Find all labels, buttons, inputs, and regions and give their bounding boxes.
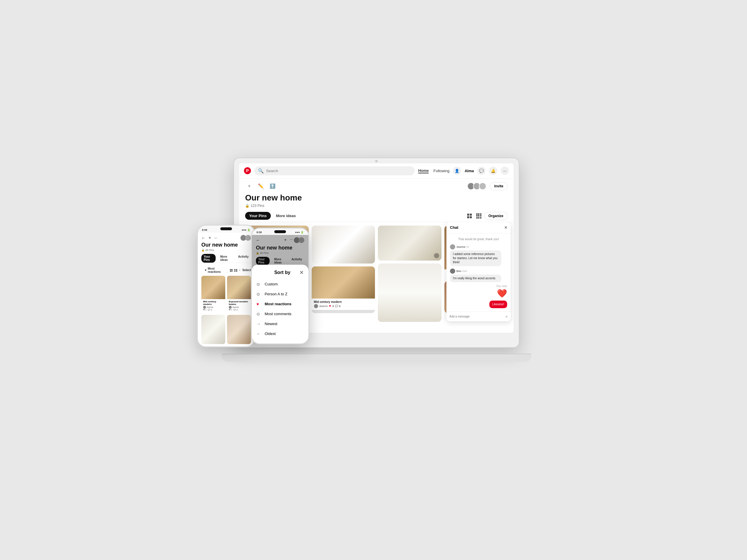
phone2-board-title: Our new home <box>198 242 254 248</box>
share-icon[interactable]: ⬆️ <box>268 182 277 190</box>
nav-more-icon[interactable]: ··· <box>501 167 509 175</box>
nav-link-following[interactable]: Following <box>433 169 449 173</box>
phone2-pin-user-1: Jeanne <box>207 306 213 308</box>
board-header: ＋ ✏️ ⬆️ Invite Our new home <box>239 179 514 210</box>
sort-label-newest: Newest <box>265 322 277 326</box>
pin-card-light[interactable] <box>378 263 441 322</box>
phone2-pin-1[interactable]: Mid century modern Jeanne ❤ 1💬 3 <box>201 276 225 311</box>
nav-bar: P 🔍 Home Following 👤 Alma 💬 🔔 <box>239 163 514 179</box>
sort-item-custom[interactable]: ⊙ Custom <box>257 279 304 289</box>
chat-input[interactable] <box>449 315 504 318</box>
comment-sort-icon: ⊙ <box>257 312 262 316</box>
phone2-pin-4[interactable] <box>227 315 251 344</box>
jeanne-avatar <box>450 244 455 250</box>
jeanne-bubble: I added some reference pictures for star… <box>450 250 501 266</box>
laptop-base <box>222 354 531 362</box>
chat-messages: That would be great, thank you! Jeanne 1… <box>446 233 511 312</box>
chat-msg-self-heart: You now ❤️ <box>450 284 507 298</box>
phone2-grid-toggle[interactable] <box>230 268 233 273</box>
phone2-pin-title-2: Exposed wooden beams <box>229 300 249 306</box>
organize-button[interactable]: Organize <box>484 212 508 220</box>
sort-label-most-comments: Most comments <box>265 312 291 316</box>
chat-panel: Chat × That would be great, thank you! J… <box>446 222 511 321</box>
sort-close-button[interactable]: ✕ <box>300 269 304 276</box>
chat-msg-jeanne: Jeanne 1h I added some reference picture… <box>450 244 507 266</box>
invite-button[interactable]: Invite <box>490 182 508 190</box>
phone2-signal: ●●● 🔋 <box>241 229 250 231</box>
phone2-pin-avatar-1 <box>203 306 206 309</box>
phone2-more-icon[interactable]: ··· <box>214 236 217 240</box>
grid-small-icon[interactable] <box>475 212 483 220</box>
view-toggle <box>465 212 483 220</box>
search-bar[interactable]: 🔍 <box>254 166 415 175</box>
phone2-tab-your-pins[interactable]: Your Pins <box>201 254 216 263</box>
sort-item-person-az[interactable]: ⊙ Person A to Z <box>257 289 304 299</box>
phone2-status-bar: 8:08 ●●● 🔋 <box>198 226 254 233</box>
chat-heart-button[interactable]: ♥ <box>506 314 508 319</box>
phone-front: 8:08 ●●● 🔋 ← ＋ ··· Our n <box>251 228 309 345</box>
board-tabs: Your Pins More ideas <box>239 210 514 222</box>
phone2-pin-user-2: Jeanne <box>232 306 239 308</box>
nav-messages-icon[interactable]: 💬 <box>478 167 486 175</box>
edit-icon[interactable]: ✏️ <box>257 182 265 190</box>
chat-close-button[interactable]: × <box>505 225 507 230</box>
nav-notifications-icon[interactable]: 🔔 <box>489 167 497 175</box>
phone2-grid-toggle-2[interactable] <box>234 268 237 273</box>
nav-user-name: Alma <box>465 169 474 173</box>
phone1-signal: ●●● 🔋 <box>295 231 304 234</box>
sort-item-oldest[interactable]: ← Oldest <box>257 329 304 339</box>
phone2-tab-activity[interactable]: Activity <box>236 254 251 263</box>
pin-card-chair[interactable] <box>312 226 375 263</box>
sort-item-most-comments[interactable]: ⊙ Most comments <box>257 309 304 319</box>
phone1-screen: ← ＋ ··· Our new home 🔒 48 Pins Your Pins… <box>252 235 308 343</box>
chat-header: Chat × <box>446 222 511 233</box>
nav-link-home[interactable]: Home <box>418 169 429 173</box>
search-input[interactable] <box>266 169 411 173</box>
chat-system-msg: That would be great, thank you! <box>450 237 507 241</box>
person-icon: ⊙ <box>257 292 262 297</box>
phone-back: 8:08 ●●● 🔋 ← ＋ ··· Our new home 🔒 48 Pin… <box>197 225 255 347</box>
newest-icon: → <box>257 322 262 326</box>
nav-user-icon[interactable]: 👤 <box>453 167 461 175</box>
board-actions: ＋ ✏️ ⬆️ Invite <box>245 182 508 190</box>
sort-title: Sort by <box>274 270 290 275</box>
pin-card-room[interactable] <box>378 226 441 261</box>
phone2-pin-3[interactable] <box>201 315 225 344</box>
phone2-sort-label: Most reactions <box>208 267 227 274</box>
sort-label-oldest: Oldest <box>265 331 276 336</box>
sort-modal: Sort by ✕ ⊙ Custom ⊙ Person A to Z ♥ Mos… <box>252 265 308 343</box>
chat-msg-ben: Ben 20m I'm really liking the wood accen… <box>450 269 507 282</box>
sort-label-most-reactions: Most reactions <box>265 302 291 306</box>
phone2-add-icon[interactable]: ＋ <box>208 235 212 240</box>
chat-msg-self-likewise: Likewise! <box>450 301 507 308</box>
phone2-pin-title-1: Mid century modern <box>203 300 224 306</box>
board-meta: 🔒 123 Pins <box>245 204 508 208</box>
pin-col-2: Mid century modern Jeanne ❤ 3 💬 3 <box>312 226 375 329</box>
tab-more-ideas[interactable]: More ideas <box>272 212 300 220</box>
custom-icon: ⊙ <box>257 282 262 286</box>
phone1-status-bar: 8:08 ●●● 🔋 <box>252 229 308 235</box>
phone2-select-button[interactable]: Select <box>242 269 251 272</box>
collaborators-avatars <box>467 182 486 190</box>
nav-links: Home Following <box>418 169 449 173</box>
scene: P 🔍 Home Following 👤 Alma 💬 🔔 <box>187 140 560 420</box>
phone1-time: 8:08 <box>257 231 262 234</box>
ben-sender: Ben 20m <box>456 270 467 273</box>
add-pin-icon[interactable]: ＋ <box>245 182 253 190</box>
phone2-tabs: Your Pins More ideas Activity <box>198 254 254 263</box>
sort-item-most-reactions[interactable]: ♥ Most reactions <box>257 299 304 309</box>
chat-input-row[interactable]: ♥ <box>446 312 511 321</box>
phone2-pin-2[interactable]: Exposed wooden beams Jeanne ❤ 1💬 2 <box>227 276 251 311</box>
pin-title-mid-century: Mid century modern <box>314 300 373 304</box>
phone2-sort-row[interactable]: ♥ Most reactions <box>201 266 230 275</box>
tab-your-pins[interactable]: Your Pins <box>245 212 271 220</box>
sort-label-person-az: Person A to Z <box>265 292 287 296</box>
heart-sort-icon: ♥ <box>257 302 262 306</box>
sort-item-newest[interactable]: → Newest <box>257 319 304 329</box>
grid-large-icon[interactable] <box>465 212 473 220</box>
phone2-tab-more-ideas[interactable]: More ideas <box>218 254 233 263</box>
phone2-back-icon[interactable]: ← <box>201 235 205 240</box>
pin-card-mid-century[interactable]: Mid century modern Jeanne ❤ 3 💬 3 <box>312 266 375 313</box>
jeanne-sender: Jeanne 1h <box>456 246 469 248</box>
chat-title: Chat <box>450 225 458 230</box>
